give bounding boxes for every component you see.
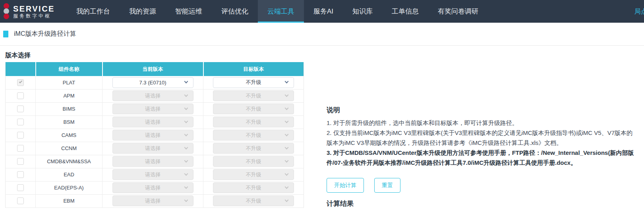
- instruction-line: 2. 仅支持当前iMC版本为iMC V3里程碑版本(关于V3里程碑版本的定义请见…: [327, 128, 644, 138]
- chevron-down-icon: [285, 132, 289, 136]
- row-checkbox: [17, 79, 24, 86]
- brand-title: SERVICE: [13, 4, 55, 13]
- start-calculation-button[interactable]: 开始计算: [327, 178, 364, 193]
- target-version-select: 不升级: [213, 169, 294, 180]
- column-header-component: 组件名称: [36, 62, 102, 76]
- target-version-select: 不升级: [213, 143, 294, 154]
- select-value: 请选择: [145, 145, 161, 152]
- row-checkbox[interactable]: [17, 197, 24, 204]
- chevron-down-icon: [285, 172, 289, 176]
- check-icon: [19, 80, 22, 83]
- select-value: 请选择: [145, 105, 161, 113]
- version-table: 组件名称 当前版本 目标版本 PLAT7.3 (E0710)不升级APM请选择不…: [5, 62, 304, 208]
- nav-tab-2[interactable]: 我的资源: [120, 0, 166, 23]
- chevron-down-icon: [285, 185, 289, 189]
- select-value: 不升级: [246, 132, 261, 139]
- table-row: EBM请选择不升级: [6, 194, 304, 207]
- select-value: 不升级: [246, 119, 261, 126]
- version-table-body: PLAT7.3 (E0710)不升级APM请选择不升级BIMS请选择不升级BSM…: [6, 76, 304, 207]
- nav-tab-9[interactable]: 有奖问卷调研: [428, 0, 488, 23]
- chevron-down-icon: [285, 198, 289, 202]
- table-row: CAMS请选择不升级: [6, 129, 304, 142]
- table-row: CMDB&VNM&SSA请选择不升级: [6, 155, 304, 168]
- reset-button[interactable]: 重置: [374, 178, 400, 193]
- row-checkbox[interactable]: [17, 171, 24, 178]
- chevron-down-icon: [184, 132, 188, 136]
- target-version-select: 不升级: [213, 182, 294, 193]
- select-value: 请选择: [145, 158, 161, 165]
- select-value: 不升级: [246, 105, 261, 113]
- nav-tab-5[interactable]: 云端工具: [258, 0, 304, 23]
- current-version-select: 请选择: [112, 90, 193, 101]
- current-version-select: 请选择: [112, 169, 193, 180]
- row-checkbox[interactable]: [17, 119, 24, 125]
- component-name: CCNM: [36, 142, 102, 155]
- nav-tab-7[interactable]: 知识库: [343, 0, 382, 23]
- select-value: 请选择: [145, 184, 161, 191]
- table-row: CCNM请选择不升级: [6, 142, 304, 155]
- row-checkbox[interactable]: [17, 105, 24, 112]
- select-value: 请选择: [145, 171, 161, 178]
- current-version-select[interactable]: 7.3 (E0710): [112, 77, 193, 88]
- current-version-select: 请选择: [112, 130, 193, 141]
- page-title-bar: iMC版本升级路径计算: [0, 23, 644, 46]
- nav-tab-4[interactable]: 评估优化: [212, 0, 258, 23]
- component-name: EAD: [36, 168, 102, 181]
- row-checkbox[interactable]: [17, 145, 24, 152]
- row-checkbox[interactable]: [17, 184, 24, 191]
- chevron-down-icon: [285, 158, 289, 162]
- instruction-line: 件/07-业务软件开局版本推荐/iMC升级路径计算工具7.0/iMC升级路径计算…: [327, 158, 644, 168]
- instruction-line: 版本为iMC V3早期版本的情况，升级路径计算请参考《iMC升级路径计算工具.x…: [327, 138, 644, 148]
- instructions-heading: 说明: [327, 105, 644, 115]
- logo-dots-icon: [3, 3, 10, 20]
- nav-tab-3[interactable]: 智能运维: [166, 0, 212, 23]
- row-checkbox[interactable]: [17, 92, 24, 99]
- select-value: 不升级: [246, 171, 261, 178]
- column-header-checkbox: [6, 62, 36, 76]
- chevron-down-icon: [184, 172, 188, 176]
- target-version-select: 不升级: [213, 130, 294, 141]
- current-version-select: 请选择: [112, 195, 193, 206]
- select-value: 不升级: [246, 197, 261, 205]
- row-checkbox[interactable]: [17, 158, 24, 165]
- select-value: 请选择: [145, 92, 161, 100]
- top-nav: SERVICE 服务数字中枢 我的工作台我的资源智能运维评估优化云端工具服务AI…: [0, 0, 644, 23]
- nav-tab-6[interactable]: 服务AI: [304, 0, 343, 23]
- select-value: 7.3 (E0710): [139, 80, 166, 86]
- component-name: APM: [36, 89, 102, 102]
- select-value: 请选择: [145, 197, 161, 205]
- target-version-select: 不升级: [213, 90, 294, 101]
- chevron-down-icon: [285, 106, 289, 110]
- select-value: 不升级: [246, 145, 261, 152]
- instruction-line: 1. 对于所需升级的组件，选中当前版本和目标版本，即可计算升级路径。: [327, 118, 644, 128]
- component-name: PLAT: [36, 76, 102, 89]
- result-heading: 计算结果: [327, 199, 644, 208]
- table-row: BSM请选择不升级: [6, 115, 304, 129]
- version-select-heading: 版本选择: [5, 51, 644, 60]
- chevron-down-icon: [184, 145, 188, 149]
- table-row: PLAT7.3 (E0710)不升级: [6, 76, 304, 89]
- current-version-select: 请选择: [112, 117, 193, 127]
- table-row: APM请选择不升级: [6, 89, 304, 102]
- brand-subtitle: 服务数字中枢: [13, 13, 55, 19]
- chevron-down-icon: [184, 106, 188, 110]
- chevron-down-icon: [285, 145, 289, 149]
- main-content: 版本选择 组件名称 当前版本 目标版本 PLAT7.3 (E0710)不升级AP…: [0, 46, 644, 208]
- chevron-down-icon: [184, 185, 188, 189]
- component-name: BSM: [36, 115, 102, 129]
- select-value: 请选择: [145, 119, 161, 126]
- component-name: CMDB&VNM&SSA: [36, 155, 102, 168]
- current-version-select: 请选择: [112, 156, 193, 167]
- table-row: BIMS请选择不升级: [6, 102, 304, 115]
- chevron-down-icon: [184, 80, 188, 84]
- select-value: 请选择: [145, 132, 161, 139]
- row-checkbox[interactable]: [17, 132, 24, 139]
- current-version-select: 请选择: [112, 104, 193, 114]
- nav-right-link[interactable]: 局点: [634, 0, 644, 23]
- title-marker-icon: [3, 31, 8, 37]
- target-version-select[interactable]: 不升级: [213, 77, 294, 88]
- current-version-select: 请选择: [112, 143, 193, 154]
- nav-tab-8[interactable]: 工单信息: [382, 0, 428, 23]
- brand-logo: SERVICE 服务数字中枢: [3, 3, 55, 20]
- nav-tab-1[interactable]: 我的工作台: [67, 0, 120, 23]
